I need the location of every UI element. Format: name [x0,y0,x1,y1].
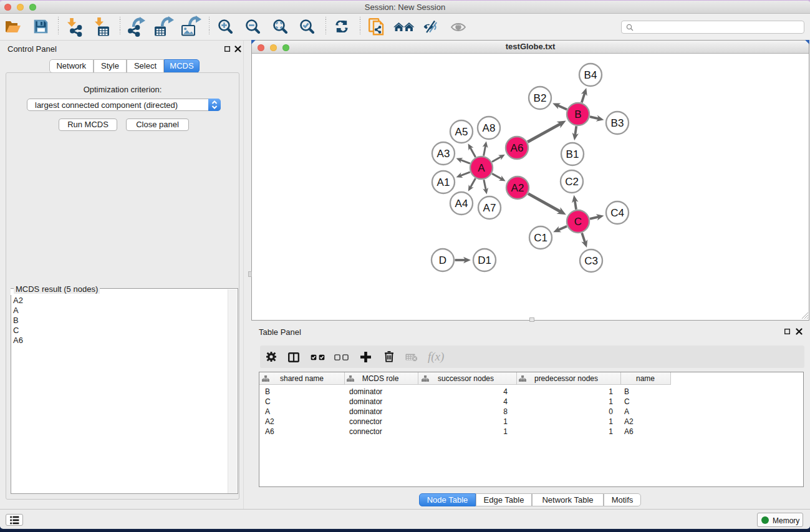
svg-text:A2: A2 [511,182,524,194]
svg-text:C1: C1 [534,232,547,244]
svg-text:B: B [574,109,581,120]
svg-text:B2: B2 [534,92,547,104]
svg-text:C3: C3 [584,255,598,267]
svg-text:B1: B1 [566,148,579,160]
svg-text:D1: D1 [478,254,491,266]
svg-text:B4: B4 [584,69,597,81]
svg-text:A4: A4 [455,198,468,210]
svg-text:A8: A8 [483,122,496,134]
svg-text:A7: A7 [483,202,496,214]
svg-text:B3: B3 [611,117,624,129]
svg-text:A1: A1 [437,177,450,188]
svg-text:C2: C2 [565,176,579,188]
svg-text:D: D [439,254,446,266]
svg-text:C: C [574,216,582,228]
svg-text:A3: A3 [437,148,450,160]
svg-text:C4: C4 [610,207,624,219]
svg-text:A5: A5 [455,126,468,138]
svg-text:A6: A6 [511,142,524,154]
svg-text:A: A [478,162,485,174]
